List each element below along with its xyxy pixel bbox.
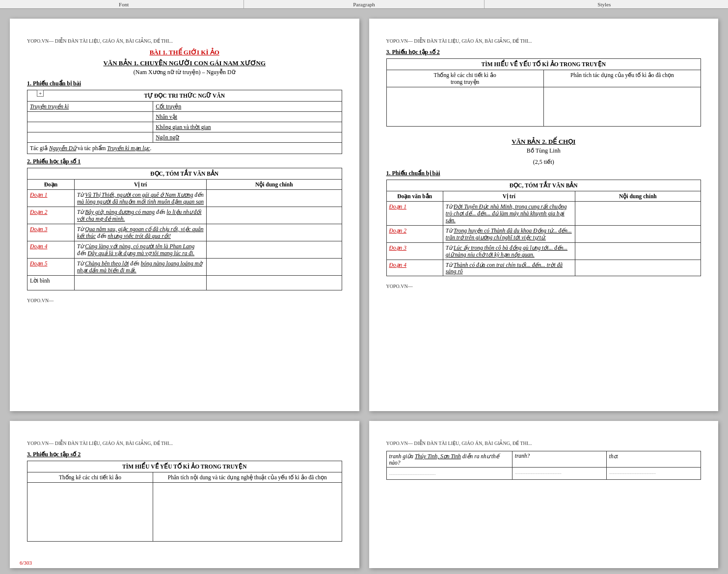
- styles-section: Styles: [485, 0, 724, 8]
- cell-tac-gia: Tác giả Nguyễn Dữ và tác phẩm Truyền kì …: [27, 143, 342, 154]
- page4-cell2: tranh?: [512, 451, 606, 468]
- col-noidung-2: Nội dung chính: [575, 191, 701, 202]
- main-title: BÀI 1. THẾ GIỚI KÌ ẢO: [27, 49, 342, 56]
- cell-kg-tg: Không gian và thời gian: [153, 122, 342, 132]
- table-row: Nhân vật: [27, 112, 342, 122]
- doan-2-label: Đoạn 2: [27, 207, 75, 224]
- table-row: tranh giữa Thúy Tinh, Sơn Tinh diễn ra n…: [386, 451, 701, 468]
- table3-title: TÌM HIỂU VỀ YẾU TỐ KÌ ẢO TRONG TRUYỆN: [386, 59, 701, 70]
- de-choi-vitri4: Từ Thành có đứa con trai chín tuổi... đế…: [443, 260, 575, 276]
- bottom-pages: YOPO.VN— DIỄN ĐÀN TÀI LIỆU, GIÁO ÁN, BÀI…: [0, 421, 728, 574]
- table-row: Lời bình: [27, 276, 342, 290]
- table-row: ...................................... .…: [386, 468, 701, 480]
- table4-title: ĐỌC, TÓM TẮT VĂN BẢN: [386, 180, 701, 191]
- table-yeu-to-ki-ao-1: TÌM HIỂU VỀ YẾU TỐ KÌ ẢO TRONG TRUYỆN Th…: [386, 58, 701, 127]
- doan-4-label: Đoạn 4: [27, 241, 75, 259]
- col-vitri-2: Vị trí: [443, 191, 575, 202]
- font-section: Font: [4, 0, 244, 8]
- de-choi-nd4: [575, 260, 701, 276]
- de-choi-nd2: [575, 226, 701, 243]
- cell-ngon-ngu: Ngôn ngữ: [153, 132, 342, 143]
- loi-binh-label: Lời bình: [27, 276, 75, 290]
- table-de-choi-tom-tat: ĐỌC, TÓM TẮT VĂN BẢN Đoạn văn bản Vị trí…: [386, 180, 701, 276]
- table-row: Tác giả Nguyễn Dữ và tác phẩm Truyền kì …: [27, 143, 342, 154]
- page2-header: YOPO.VN— DIỄN ĐÀN TÀI LIỆU, GIÁO ÁN, BÀI…: [386, 38, 701, 44]
- section4-title: 1. Phiếu chuẩn bị bài: [386, 170, 701, 177]
- doan-5-noidung: [207, 259, 342, 276]
- doan-3-vitri: Từ Qua năm sau, giặc ngoan cố đã chịu rồ…: [75, 224, 207, 241]
- table-row: Đoạn 4 Từ Thành có đứa con trai chín tuổ…: [386, 260, 701, 276]
- table1-title: TỰ ĐỌC TRI THỨC NGỮ VĂN: [27, 90, 342, 102]
- cell-nhan-vat: Nhân vật: [153, 112, 342, 122]
- de-choi-vitri3: Từ Lúc ấy trong thôn cô bà đồng gù lưng …: [443, 243, 575, 260]
- table-row: Ngôn ngữ: [27, 132, 342, 143]
- paragraph-section: Paragraph: [244, 0, 484, 8]
- col-doan: Đoạn: [27, 180, 75, 190]
- cell-cot-truyen: Cốt truyện: [153, 102, 342, 112]
- page-number: 6/303: [20, 560, 32, 566]
- page4-dotted1: ......................................: [386, 468, 512, 480]
- table-tri-thuc: TỰ ĐỌC TRI THỨC NGỮ VĂN Truyện truyền kì…: [27, 90, 342, 154]
- cell-empty2: [27, 122, 153, 132]
- doan-2-noidung: [207, 207, 342, 224]
- doan-2-vitri: Từ Bây giờ, nàng đương có mang đến lo li…: [75, 207, 207, 224]
- page3-cell2: [153, 483, 342, 542]
- de-choi-doan2: Đoạn 2: [386, 226, 443, 243]
- doan-5-label: Đoạn 5: [27, 259, 75, 276]
- section3-title: 3. Phiếu học tập số 2: [386, 49, 701, 56]
- table-doc-tom-tat: ĐỌC, TÓM TẮT VĂN BẢN Đoạn Vị trí Nội dun…: [27, 168, 342, 290]
- vb2-author: Bồ Tùng Linh: [386, 147, 701, 155]
- table3-col2: Phân tích tác dụng của yếu tố kì ảo đã c…: [543, 70, 701, 87]
- doan-1-label: Đoạn 1: [27, 190, 75, 207]
- page4-cell3: thơ.: [606, 451, 701, 468]
- doan-1-vitri: Từ Vũ Thị Thiết, người con gái quê ở Nam…: [75, 190, 207, 207]
- paragraph-label: Paragraph: [353, 1, 375, 7]
- page3-table-title: TÌM HIỂU VỀ YẾU TỐ KÌ ẢO TRONG TRUYỆN: [27, 461, 342, 472]
- ki-ao-1-col2: [543, 87, 701, 127]
- page4-header: YOPO.VN— DIỄN ĐÀN TÀI LIỆU, GIÁO ÁN, BÀI…: [386, 441, 701, 446]
- vb2-title: VĂN BẢN 2. DẾ CHỌI: [386, 138, 701, 146]
- page2-footer: YOPO.VN—: [386, 284, 701, 289]
- table-row: Đoạn 5 Từ Chàng bên theo lời đến bóng nà…: [27, 259, 342, 276]
- table-row: Đoạn 3 Từ Lúc ấy trong thôn cô bà đồng g…: [386, 243, 701, 260]
- table-row: Đoạn 2 Từ Bây giờ, nàng đương có mang đế…: [27, 207, 342, 224]
- ki-ao-1-col1: [386, 87, 543, 127]
- de-choi-vitri1: Từ Đời Tuyên Đức nhà Minh, trong cung rấ…: [443, 202, 575, 226]
- doan-1-noidung: [207, 190, 342, 207]
- de-choi-vitri2: Từ Trong huyện có Thành đã du khoa Đồng …: [443, 226, 575, 243]
- page-4: YOPO.VN— DIỄN ĐÀN TÀI LIỆU, GIÁO ÁN, BÀI…: [369, 421, 719, 568]
- table-row: Đoạn 1 Từ Vũ Thị Thiết, người con gái qu…: [27, 190, 342, 207]
- table2-title: ĐỌC, TÓM TẮT VĂN BẢN: [27, 168, 342, 180]
- page3-header: YOPO.VN— DIỄN ĐÀN TÀI LIỆU, GIÁO ÁN, BÀI…: [27, 441, 342, 446]
- cell-empty: [27, 112, 153, 122]
- table3-col1: Thống kê các chi tiết kì ảotrong truyện: [386, 70, 543, 87]
- add-icon[interactable]: +: [37, 90, 44, 97]
- styles-label: Styles: [597, 1, 611, 7]
- page-3: YOPO.VN— DIỄN ĐÀN TÀI LIỆU, GIÁO ÁN, BÀI…: [10, 421, 359, 568]
- page4-dotted2: ......................................: [512, 468, 606, 480]
- de-choi-doan4: Đoạn 4: [386, 260, 443, 276]
- col-doan-vb: Đoạn văn bản: [386, 191, 443, 202]
- table-row: Không gian và thời gian: [27, 122, 342, 132]
- table-row: Đoạn 3 Từ Qua năm sau, giặc ngoan cố đã …: [27, 224, 342, 241]
- table-row: Đoạn 4 Từ Cùng làng với nàng, có người t…: [27, 241, 342, 259]
- section2-title: 2. Phiếu học tập số 1: [27, 158, 342, 165]
- loi-binh-vitri: [75, 276, 207, 290]
- doan-4-noidung: [207, 241, 342, 259]
- table-yeu-to-ki-ao-2: TÌM HIỂU VỀ YẾU TỐ KÌ ẢO TRONG TRUYỆN Th…: [27, 461, 342, 542]
- page-1: YOPO.VN— DIỄN ĐÀN TÀI LIỆU, GIÁO ÁN, BÀI…: [10, 19, 359, 411]
- de-choi-doan3: Đoạn 3: [386, 243, 443, 260]
- page3-cell1: [27, 483, 153, 542]
- page1-header: YOPO.VN— DIỄN ĐÀN TÀI LIỆU, GIÁO ÁN, BÀI…: [27, 38, 342, 44]
- page3-col1: Thống kê các chi tiết kì ảo: [27, 472, 153, 483]
- col-vitri: Vị trí: [75, 180, 207, 190]
- page-2: YOPO.VN— DIỄN ĐÀN TÀI LIỆU, GIÁO ÁN, BÀI…: [369, 19, 719, 411]
- page4-cell1: tranh giữa Thúy Tinh, Sơn Tinh diễn ra n…: [386, 451, 512, 468]
- page1-footer: YOPO.VN—: [27, 298, 342, 303]
- de-choi-nd3: [575, 243, 701, 260]
- table-row: [386, 87, 701, 127]
- font-label: Font: [119, 1, 129, 7]
- cell-empty3: [27, 132, 153, 143]
- pages-container: YOPO.VN— DIỄN ĐÀN TÀI LIỆU, GIÁO ÁN, BÀI…: [0, 9, 728, 421]
- vb2-subtitle: (2,5 tiết): [386, 158, 701, 166]
